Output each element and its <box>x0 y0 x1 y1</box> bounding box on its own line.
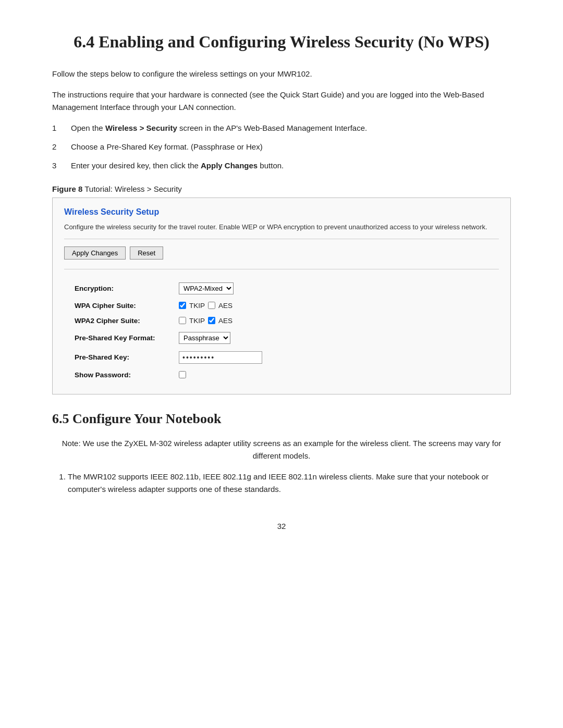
wpa2-cipher-label: WPA2 Cipher Suite: <box>75 313 179 328</box>
wss-fields: Encryption: WPA2-Mixed WPA WPA2 WEP None… <box>75 279 499 382</box>
step-1: 1 Open the Wireless > Security screen in… <box>52 122 511 134</box>
wireless-security-setup-box: Wireless Security Setup Configure the wi… <box>52 198 511 394</box>
psk-format-select[interactable]: Passphrase Hex <box>179 332 230 344</box>
wss-divider-1 <box>64 239 499 239</box>
page-number: 32 <box>277 522 286 530</box>
wpa-cipher-value: TKIP AES <box>179 298 499 313</box>
wpa2-aes-item: AES <box>208 317 232 325</box>
wpa-tkip-label: TKIP <box>189 302 205 310</box>
wpa-aes-label: AES <box>218 302 232 310</box>
wpa2-cipher-checkboxes: TKIP AES <box>179 317 232 325</box>
wpa-aes-checkbox[interactable] <box>208 302 215 309</box>
wss-divider-2 <box>64 269 499 269</box>
show-password-label: Show Password: <box>75 367 179 382</box>
wpa-aes-item: AES <box>208 302 232 310</box>
encryption-select[interactable]: WPA2-Mixed WPA WPA2 WEP None <box>179 282 234 294</box>
psk-value <box>179 348 499 367</box>
step-1-text: Open the Wireless > Security screen in t… <box>71 122 367 134</box>
section-65-title: 6.5 Configure Your Notebook <box>52 411 511 427</box>
show-password-checkbox[interactable] <box>179 371 186 378</box>
encryption-value: WPA2-Mixed WPA WPA2 WEP None <box>179 279 499 298</box>
wpa2-aes-label: AES <box>218 317 232 325</box>
wss-title: Wireless Security Setup <box>64 207 499 217</box>
psk-format-value: Passphrase Hex <box>179 328 499 348</box>
show-password-value <box>179 367 499 382</box>
section-65-list: The MWR102 supports IEEE 802.11b, IEEE 8… <box>68 471 511 496</box>
step-2-text: Choose a Pre-Shared Key format. (Passphr… <box>71 141 263 153</box>
apply-changes-button[interactable]: Apply Changes <box>64 246 126 260</box>
wpa2-aes-checkbox[interactable] <box>208 317 215 324</box>
wpa2-tkip-item: TKIP <box>179 317 205 325</box>
step-num-3: 3 <box>52 159 63 172</box>
step-3: 3 Enter your desired key, then click the… <box>52 159 511 172</box>
wss-description: Configure the wireless security for the … <box>64 222 499 232</box>
step-3-text: Enter your desired key, then click the A… <box>71 159 284 172</box>
page-footer: 32 <box>52 522 511 530</box>
figure-label: Figure 8 <box>52 184 82 193</box>
psk-label: Pre-Shared Key: <box>75 350 179 365</box>
section-65-item-1: The MWR102 supports IEEE 802.11b, IEEE 8… <box>68 471 511 496</box>
step-num-1: 1 <box>52 122 63 134</box>
wpa-cipher-label: WPA Cipher Suite: <box>75 298 179 313</box>
intro-paragraph-2: The instructions require that your hardw… <box>52 89 511 114</box>
wpa-cipher-checkboxes: TKIP AES <box>179 302 232 310</box>
intro-paragraph-1: Follow the steps below to configure the … <box>52 68 511 80</box>
section-65-note: Note: We use the ZyXEL M-302 wireless ad… <box>52 437 511 462</box>
psk-input[interactable] <box>179 351 262 364</box>
wss-buttons: Apply Changes Reset <box>64 246 499 260</box>
figure-caption-text: Tutorial: Wireless > Security <box>82 184 181 193</box>
steps-list: 1 Open the Wireless > Security screen in… <box>52 122 511 172</box>
encryption-label: Encryption: <box>75 281 179 296</box>
main-title: 6.4 Enabling and Configuring Wireless Se… <box>52 31 511 52</box>
wpa-tkip-checkbox[interactable] <box>179 302 186 309</box>
wpa2-tkip-checkbox[interactable] <box>179 317 186 324</box>
figure-caption: Figure 8 Tutorial: Wireless > Security <box>52 184 511 193</box>
step-num-2: 2 <box>52 141 63 153</box>
wpa2-cipher-value: TKIP AES <box>179 313 499 328</box>
reset-button[interactable]: Reset <box>130 246 163 260</box>
step-2: 2 Choose a Pre-Shared Key format. (Passp… <box>52 141 511 153</box>
wpa-tkip-item: TKIP <box>179 302 205 310</box>
psk-format-label: Pre-Shared Key Format: <box>75 330 179 346</box>
wpa2-tkip-label: TKIP <box>189 317 205 325</box>
